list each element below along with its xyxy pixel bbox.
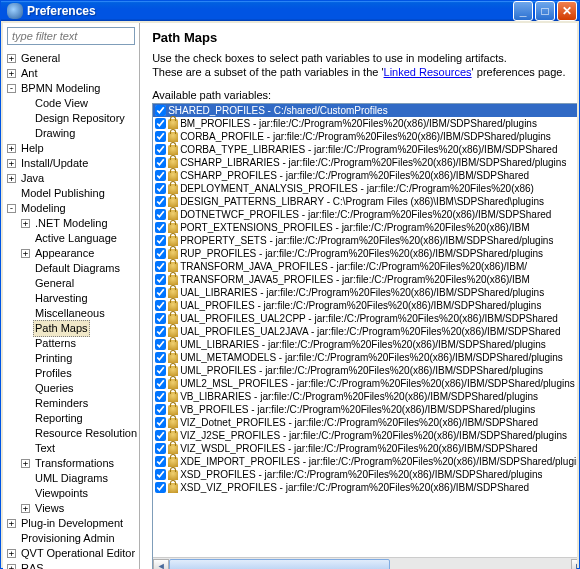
path-variable-checkbox[interactable] <box>155 248 166 259</box>
tree-item[interactable]: Printing <box>5 351 139 366</box>
path-variable-row[interactable]: UML2_MSL_PROFILES - jar:file:/C:/Program… <box>153 377 577 390</box>
tree-item[interactable]: +Ant <box>5 66 139 81</box>
expand-icon[interactable]: + <box>7 564 16 569</box>
expand-icon[interactable]: + <box>21 504 30 513</box>
titlebar[interactable]: Preferences _ □ ✕ <box>1 1 579 21</box>
path-variable-row[interactable]: PROPERTY_SETS - jar:file:/C:/Program%20F… <box>153 234 577 247</box>
tree-item[interactable]: Active Language <box>5 231 139 246</box>
tree-item[interactable]: Provisioning Admin <box>5 531 139 546</box>
path-variable-checkbox[interactable] <box>155 443 166 454</box>
path-variable-row[interactable]: UML_PROFILES - jar:file:/C:/Program%20Fi… <box>153 364 577 377</box>
path-variable-row[interactable]: UAL_LIBRARIES - jar:file:/C:/Program%20F… <box>153 286 577 299</box>
linked-resources-link[interactable]: Linked Resources <box>384 66 472 78</box>
path-variable-checkbox[interactable] <box>155 404 166 415</box>
path-variable-row[interactable]: UAL_PROFILES_UAL2JAVA - jar:file:/C:/Pro… <box>153 325 577 338</box>
tree-item[interactable]: General <box>5 276 139 291</box>
tree-item[interactable]: +RAS <box>5 561 139 569</box>
tree-item[interactable]: Model Publishing <box>5 186 139 201</box>
scroll-thumb[interactable] <box>169 559 390 570</box>
path-variable-checkbox[interactable] <box>155 131 166 142</box>
tree-item[interactable]: Reporting <box>5 411 139 426</box>
path-variable-row[interactable]: XSD_VIZ_PROFILES - jar:file:/C:/Program%… <box>153 481 577 494</box>
path-variable-checkbox[interactable] <box>155 261 166 272</box>
path-variable-checkbox[interactable] <box>155 183 166 194</box>
path-variables-list[interactable]: SHARED_PROFILES - C:/shared/CustomProfil… <box>152 103 577 569</box>
path-variable-row[interactable]: TRANSFORM_JAVA5_PROFILES - jar:file:/C:/… <box>153 273 577 286</box>
tree-item[interactable]: -BPMN Modeling <box>5 81 139 96</box>
expand-icon[interactable]: + <box>7 519 16 528</box>
path-variable-checkbox[interactable] <box>155 235 166 246</box>
tree-item[interactable]: +Plug-in Development <box>5 516 139 531</box>
path-variable-checkbox[interactable] <box>155 196 166 207</box>
tree-item[interactable]: Path Maps <box>5 321 139 336</box>
horizontal-scrollbar[interactable]: ◄ ► <box>153 557 577 569</box>
tree-item[interactable]: +Help <box>5 141 139 156</box>
path-variable-checkbox[interactable] <box>155 391 166 402</box>
path-variable-checkbox[interactable] <box>155 287 166 298</box>
path-variable-row[interactable]: UAL_PROFILES - jar:file:/C:/Program%20Fi… <box>153 299 577 312</box>
path-variable-checkbox[interactable] <box>155 430 166 441</box>
path-variable-row[interactable]: CSHARP_PROFILES - jar:file:/C:/Program%2… <box>153 169 577 182</box>
path-variable-checkbox[interactable] <box>155 482 166 493</box>
minimize-button[interactable]: _ <box>513 1 533 21</box>
tree-item[interactable]: +General <box>5 51 139 66</box>
tree-item[interactable]: +Views <box>5 501 139 516</box>
path-variable-checkbox[interactable] <box>155 352 166 363</box>
path-variable-row[interactable]: RUP_PROFILES - jar:file:/C:/Program%20Fi… <box>153 247 577 260</box>
scroll-left-icon[interactable]: ◄ <box>153 559 169 570</box>
path-variable-row[interactable]: SHARED_PROFILES - C:/shared/CustomProfil… <box>153 104 577 117</box>
tree-item[interactable]: +Transformations <box>5 456 139 471</box>
tree-item[interactable]: Code View <box>5 96 139 111</box>
path-variable-row[interactable]: CORBA_TYPE_LIBRARIES - jar:file:/C:/Prog… <box>153 143 577 156</box>
tree-item[interactable]: Default Diagrams <box>5 261 139 276</box>
expand-icon[interactable]: + <box>7 54 16 63</box>
path-variable-row[interactable]: XDE_IMPORT_PROFILES - jar:file:/C:/Progr… <box>153 455 577 468</box>
expand-icon[interactable]: + <box>7 69 16 78</box>
path-variable-checkbox[interactable] <box>155 365 166 376</box>
collapse-icon[interactable]: - <box>7 84 16 93</box>
path-variable-checkbox[interactable] <box>155 274 166 285</box>
tree-item[interactable]: Text <box>5 441 139 456</box>
expand-icon[interactable]: + <box>7 159 16 168</box>
path-variable-checkbox[interactable] <box>155 313 166 324</box>
path-variable-row[interactable]: XSD_PROFILES - jar:file:/C:/Program%20Fi… <box>153 468 577 481</box>
path-variable-checkbox[interactable] <box>155 209 166 220</box>
path-variable-checkbox[interactable] <box>155 144 166 155</box>
tree-item[interactable]: +Install/Update <box>5 156 139 171</box>
scroll-right-icon[interactable]: ► <box>571 559 577 570</box>
path-variable-row[interactable]: VIZ_J2SE_PROFILES - jar:file:/C:/Program… <box>153 429 577 442</box>
path-variable-row[interactable]: CORBA_PROFILE - jar:file:/C:/Program%20F… <box>153 130 577 143</box>
path-variable-row[interactable]: CSHARP_LIBRARIES - jar:file:/C:/Program%… <box>153 156 577 169</box>
expand-icon[interactable]: + <box>21 459 30 468</box>
tree-item[interactable]: Queries <box>5 381 139 396</box>
path-variable-checkbox[interactable] <box>155 469 166 480</box>
filter-input[interactable] <box>7 27 135 45</box>
tree-item[interactable]: Resource Resolution <box>5 426 139 441</box>
path-variable-checkbox[interactable] <box>155 326 166 337</box>
tree-item[interactable]: UML Diagrams <box>5 471 139 486</box>
tree-item[interactable]: Design Repository <box>5 111 139 126</box>
path-variable-checkbox[interactable] <box>155 378 166 389</box>
path-variable-checkbox[interactable] <box>155 339 166 350</box>
tree-item[interactable]: Drawing <box>5 126 139 141</box>
path-variable-row[interactable]: UML_METAMODELS - jar:file:/C:/Program%20… <box>153 351 577 364</box>
path-variable-row[interactable]: TRANSFORM_JAVA_PROFILES - jar:file:/C:/P… <box>153 260 577 273</box>
tree-item[interactable]: Reminders <box>5 396 139 411</box>
path-variable-row[interactable]: VIZ_WSDL_PROFILES - jar:file:/C:/Program… <box>153 442 577 455</box>
path-variable-checkbox[interactable] <box>155 170 166 181</box>
close-button[interactable]: ✕ <box>557 1 577 21</box>
tree-item[interactable]: Profiles <box>5 366 139 381</box>
path-variable-checkbox[interactable] <box>155 456 166 467</box>
path-variable-row[interactable]: PORT_EXTENSIONS_PROFILES - jar:file:/C:/… <box>153 221 577 234</box>
path-variable-row[interactable]: DEPLOYMENT_ANALYSIS_PROFILES - jar:file:… <box>153 182 577 195</box>
expand-icon[interactable]: + <box>21 249 30 258</box>
path-variable-checkbox[interactable] <box>155 417 166 428</box>
expand-icon[interactable]: + <box>7 144 16 153</box>
collapse-icon[interactable]: - <box>7 204 16 213</box>
path-variable-checkbox[interactable] <box>155 105 166 116</box>
tree-item[interactable]: -Modeling <box>5 201 139 216</box>
path-variable-checkbox[interactable] <box>155 222 166 233</box>
maximize-button[interactable]: □ <box>535 1 555 21</box>
tree-item[interactable]: Patterns <box>5 336 139 351</box>
path-variable-row[interactable]: VB_PROFILES - jar:file:/C:/Program%20Fil… <box>153 403 577 416</box>
